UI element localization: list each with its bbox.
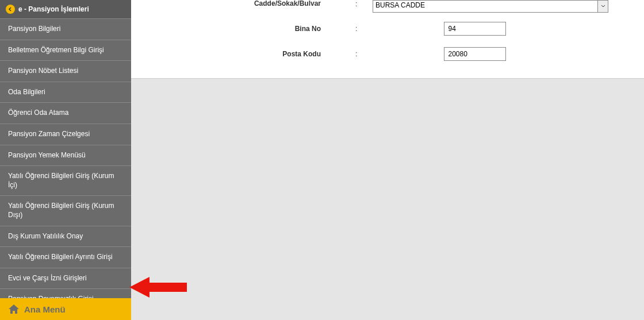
home-button[interactable]: Ana Menü: [0, 298, 131, 320]
posta-label: Posta Kodu: [131, 50, 355, 58]
cadde-value: BURSA CADDE: [375, 1, 425, 9]
sidebar-item-dis-kurum-onay[interactable]: Dış Kurum Yatılılık Onay: [0, 226, 131, 248]
bina-input[interactable]: [444, 22, 506, 36]
svg-marker-0: [129, 277, 187, 298]
sidebar-item-yatili-kurum-disi[interactable]: Yatılı Öğrenci Bilgileri Giriş (Kurum Dı…: [0, 196, 131, 226]
sidebar-item-zaman-cizelgesi[interactable]: Pansiyon Zaman Çizelgesi: [0, 124, 131, 145]
colon: :: [355, 25, 373, 33]
arrow-left-icon: [6, 5, 15, 14]
content-area: Cadde/Sokak/Bulvar : BURSA CADDE Bina No…: [131, 0, 644, 320]
colon: :: [355, 0, 373, 8]
posta-input[interactable]: [444, 47, 506, 61]
form-row-bina: Bina No :: [131, 16, 644, 41]
sidebar-item-nobet-listesi[interactable]: Pansiyon Nöbet Listesi: [0, 61, 131, 82]
sidebar-item-belletmen[interactable]: Belletmen Öğretmen Bilgi Girişi: [0, 40, 131, 61]
colon: :: [355, 50, 373, 58]
sidebar-header-label: e - Pansiyon İşlemleri: [18, 5, 89, 13]
cadde-label: Cadde/Sokak/Bulvar: [131, 0, 355, 7]
annotation-arrow: [129, 276, 187, 301]
home-label: Ana Menü: [24, 304, 66, 314]
sidebar-item-oda-bilgileri[interactable]: Oda Bilgileri: [0, 82, 131, 103]
sidebar-item-pansiyon-bilgileri[interactable]: Pansiyon Bilgileri: [0, 19, 131, 40]
home-icon: [8, 304, 20, 314]
sidebar: e - Pansiyon İşlemleri Pansiyon Bilgiler…: [0, 0, 131, 320]
form-area: Cadde/Sokak/Bulvar : BURSA CADDE Bina No…: [131, 0, 644, 79]
bina-label: Bina No: [131, 25, 355, 33]
sidebar-item-yatili-ayrinti[interactable]: Yatılı Öğrenci Bilgileri Ayrıntı Girişi: [0, 247, 131, 268]
sidebar-item-yatili-kurum-ici[interactable]: Yatılı Öğrenci Bilgileri Giriş (Kurum İç…: [0, 166, 131, 196]
sidebar-item-ogrenci-oda[interactable]: Öğrenci Oda Atama: [0, 103, 131, 124]
cadde-select[interactable]: BURSA CADDE: [373, 0, 608, 13]
sidebar-header[interactable]: e - Pansiyon İşlemleri: [0, 0, 131, 19]
sidebar-item-evci-carsi[interactable]: Evci ve Çarşı İzni Girişleri: [0, 268, 131, 290]
sidebar-item-yemek-menusu[interactable]: Pansiyon Yemek Menüsü: [0, 145, 131, 167]
form-row-cadde: Cadde/Sokak/Bulvar : BURSA CADDE: [131, 0, 644, 16]
form-row-posta: Posta Kodu :: [131, 41, 644, 67]
chevron-down-icon: [597, 1, 608, 12]
